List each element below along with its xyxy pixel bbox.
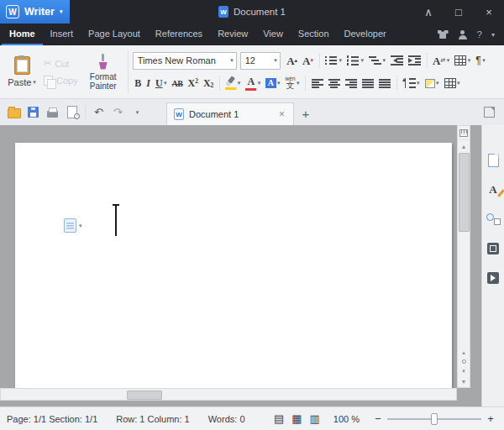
chevron-down-icon: ▾ (436, 80, 439, 87)
print-button[interactable] (44, 102, 61, 123)
page-indicator[interactable]: Page: 1/1 Section: 1/1 (7, 414, 107, 424)
document-area: ▾ ▲ ▲ ▼ ▼ A (0, 125, 504, 406)
text-direction-button[interactable]: A ⇄ ▾ (431, 51, 452, 70)
strikethrough-button[interactable]: AB (170, 74, 185, 92)
redo-button[interactable]: ↷ (109, 102, 127, 123)
cut-button[interactable]: ✂ Cut (41, 57, 81, 70)
scroll-down-button[interactable]: ▼ (458, 375, 470, 387)
chevron-down-icon: ▾ (33, 79, 36, 86)
close-tab-button[interactable]: × (277, 108, 286, 120)
vertical-scrollbar[interactable]: ▲ ▲ ▼ ▼ (457, 125, 470, 388)
window-title: W Document 1 (218, 0, 286, 24)
phonetic-guide-button[interactable]: wén 文 ▾ (283, 74, 302, 92)
open-button[interactable] (5, 102, 23, 123)
italic-button[interactable]: I (144, 74, 153, 92)
menu-tabs: HomeInsertPage LayoutReferencesReviewVie… (2, 24, 394, 45)
bold-button[interactable]: B (133, 74, 144, 92)
align-right-button[interactable] (343, 74, 359, 92)
char-shading-button[interactable]: A ▾ (264, 74, 282, 92)
superscript-button[interactable]: X 2 (186, 74, 200, 92)
copy-button[interactable]: Copy (41, 75, 81, 87)
shading-button[interactable]: ▾ (423, 74, 441, 92)
bullets-button[interactable]: ▾ (323, 51, 344, 70)
increase-font-button[interactable]: A ▴ (285, 51, 300, 70)
chevron-down-icon: ▾ (361, 57, 365, 64)
horizontal-scrollbar[interactable] (0, 388, 457, 401)
new-tab-button[interactable]: + (294, 102, 318, 125)
align-center-button[interactable] (326, 74, 342, 92)
undo-button[interactable]: ↶ (90, 102, 108, 123)
borders-button[interactable]: ▾ (442, 74, 462, 92)
menu-tab[interactable]: Section (291, 24, 337, 45)
sidebar-material-icon[interactable] (484, 270, 502, 286)
skins-button[interactable] (438, 30, 449, 39)
horizontal-scrollbar-thumb[interactable] (127, 391, 162, 400)
document-tab[interactable]: W Document 1 × (166, 102, 294, 125)
page-mode-button[interactable]: ▦ (291, 413, 302, 424)
font-size-select[interactable]: 12 ▾ (240, 52, 281, 70)
previous-page-button[interactable]: ▲ (458, 348, 470, 357)
menu-tab[interactable]: References (148, 24, 210, 45)
font-name-value: Times New Roman (138, 55, 216, 66)
zoom-in-button[interactable]: + (484, 413, 497, 424)
page[interactable]: ▾ (15, 143, 452, 388)
scroll-up-button[interactable]: ▲ (458, 140, 470, 152)
document-viewport[interactable]: ▾ (0, 125, 457, 388)
minimize-button[interactable]: ∧ (413, 0, 444, 24)
insert-table-button[interactable]: ▾ (453, 51, 473, 70)
account-button[interactable] (458, 30, 468, 39)
menu-tab[interactable]: View (255, 24, 291, 45)
undo-history-button[interactable]: ▾ (129, 102, 146, 123)
numbering-button[interactable]: ▾ (345, 51, 366, 70)
read-mode-button[interactable]: ▤ (274, 413, 284, 424)
ruler-toggle-button[interactable] (458, 126, 470, 140)
underline-button[interactable]: U ▾ (153, 74, 169, 92)
browse-object-button[interactable] (458, 357, 470, 366)
sidebar-shapes-icon[interactable] (484, 211, 502, 228)
app-menu-button[interactable]: W Writer ▾ (0, 0, 70, 24)
save-button[interactable] (24, 102, 42, 123)
paragraph-layout-button[interactable]: ▾ (64, 218, 82, 233)
close-button[interactable]: × (474, 0, 504, 24)
help-button[interactable]: ? (477, 29, 482, 39)
highlight-color-button[interactable]: ▾ (223, 74, 243, 92)
decrease-indent-button[interactable] (389, 51, 406, 70)
font-name-select[interactable]: Times New Roman ▾ (133, 52, 237, 70)
menu-tab[interactable]: Review (210, 24, 255, 45)
chevron-down-icon: ▾ (238, 80, 241, 87)
subscript-button[interactable]: X 2 (201, 74, 215, 92)
quick-access-bar: ↶ ↷ ▾ W Document 1 × + (0, 99, 504, 125)
paste-button[interactable]: Paste ▾ (5, 47, 39, 97)
show-marks-button[interactable]: ¶ ▾ (474, 51, 487, 70)
menu-tab[interactable]: Insert (43, 24, 81, 45)
zoom-out-button[interactable]: − (371, 413, 385, 424)
zoom-slider-thumb[interactable] (431, 413, 438, 425)
zoom-slider[interactable] (387, 412, 481, 426)
justify-button[interactable] (360, 74, 375, 92)
menu-tab[interactable]: Home (2, 24, 43, 45)
tab-options-button[interactable] (479, 102, 499, 123)
sidebar-document-icon[interactable] (484, 152, 502, 169)
maximize-button[interactable]: □ (444, 0, 474, 24)
multilevel-list-button[interactable]: ▾ (367, 51, 388, 70)
font-color-button[interactable]: A ▾ (244, 74, 263, 92)
next-page-button[interactable]: ▼ (458, 366, 470, 375)
menu-tab[interactable]: Developer (337, 24, 394, 45)
word-count[interactable]: Words: 0 (199, 414, 255, 424)
align-left-button[interactable] (309, 74, 325, 92)
collapse-ribbon-button[interactable]: ▾ (491, 31, 495, 39)
increase-indent-button[interactable] (407, 51, 423, 70)
print-preview-button[interactable] (63, 102, 81, 123)
decrease-font-button[interactable]: A ▾ (301, 51, 316, 70)
sidebar-styles-icon[interactable]: A (484, 181, 502, 198)
cut-copy-group: ✂ Cut Copy (41, 47, 81, 97)
format-painter-button[interactable]: Format Painter (83, 47, 123, 97)
menu-tab[interactable]: Page Layout (81, 24, 148, 45)
writer-logo-icon: W (6, 5, 19, 18)
sidebar-fill-icon[interactable] (484, 240, 502, 257)
zoom-level[interactable]: 100 % (333, 414, 360, 424)
web-mode-button[interactable]: ▥ (310, 413, 320, 424)
distribute-button[interactable] (376, 74, 393, 92)
line-spacing-button[interactable]: ▾ (401, 74, 422, 92)
vertical-scrollbar-thumb[interactable] (459, 153, 470, 232)
